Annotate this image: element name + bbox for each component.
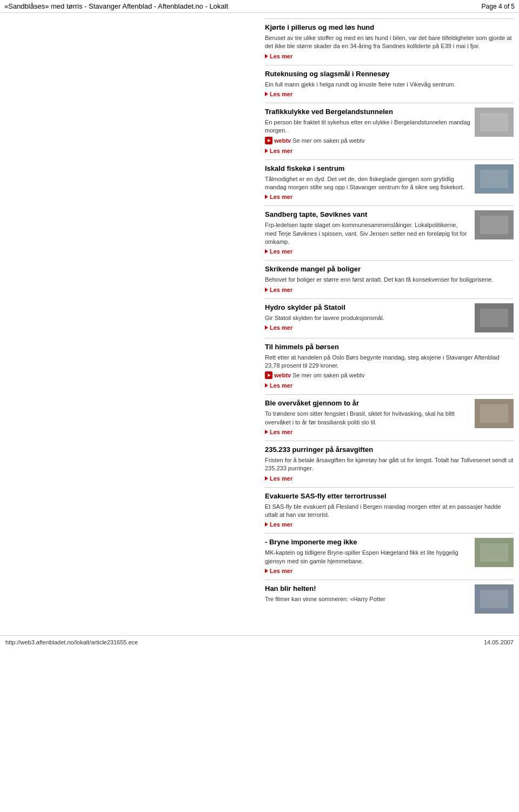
list-item: Han blir helten! Tre filmer kan vinne so… — [265, 580, 514, 618]
webtv-text: Se mer om saken på webtv — [292, 137, 364, 144]
les-mer-link[interactable]: Les mer — [265, 248, 470, 255]
les-mer-label: Les mer — [270, 91, 292, 97]
les-mer-label: Les mer — [270, 248, 292, 255]
les-mer-link[interactable]: Les mer — [265, 324, 470, 331]
list-item: Evakuerte SAS-fly etter terrortrussel Et… — [265, 487, 514, 533]
article-text-block: 235.233 purringer på årsavgiften Fristen… — [265, 445, 514, 482]
svg-rect-9 — [480, 404, 508, 423]
article-body-text: Rett etter at handelen på Oslo Børs begy… — [265, 354, 514, 370]
les-mer-label: Les mer — [270, 521, 292, 528]
les-mer-arrow-icon — [265, 430, 268, 434]
les-mer-label: Les mer — [270, 324, 292, 331]
article-thumbnail — [475, 584, 514, 614]
article-text-block: - Bryne imponerte meg ikke MK-kaptein og… — [265, 538, 470, 574]
les-mer-link[interactable]: Les mer — [265, 429, 470, 435]
webtv-badge[interactable]: ▶ webtv Se mer om saken på webtv — [265, 137, 364, 144]
article-title-link[interactable]: - Bryne imponerte meg ikke — [265, 538, 357, 546]
article-body-text: Tre filmer kan vinne sommeren: «Harry Po… — [265, 595, 470, 603]
article-item-inner: Ruteknusing og slagsmål i Rennesøy Ein f… — [265, 70, 514, 97]
webtv-icon: ▶ — [265, 137, 272, 144]
article-title-link[interactable]: Hydro skylder på Statoil — [265, 303, 345, 311]
article-item-inner: - Bryne imponerte meg ikke MK-kaptein og… — [265, 538, 514, 574]
svg-rect-5 — [480, 216, 508, 234]
article-title-link[interactable]: Ble overvåket gjennom to år — [265, 399, 359, 407]
article-item-inner: Han blir helten! Tre filmer kan vinne so… — [265, 584, 514, 614]
webtv-text: Se mer om saken på webtv — [292, 372, 364, 378]
article-thumbnail — [475, 399, 514, 428]
article-text-block: Kjørte i pillerus og med løs hund Beruse… — [265, 23, 514, 59]
article-text-block: Skrikende mangel på boliger Behovet for … — [265, 265, 514, 292]
list-item: Til himmels på børsen Rett etter at hand… — [265, 338, 514, 394]
les-mer-arrow-icon — [265, 54, 268, 58]
article-item-inner: Evakuerte SAS-fly etter terrortrussel Et… — [265, 492, 514, 528]
webtv-badge[interactable]: ▶ webtv Se mer om saken på webtv — [265, 371, 364, 379]
les-mer-link[interactable]: Les mer — [265, 382, 514, 389]
article-thumbnail — [475, 108, 514, 137]
list-item: Kjørte i pillerus og med løs hund Beruse… — [265, 18, 514, 64]
svg-rect-1 — [480, 113, 508, 131]
webtv-icon: ▶ — [265, 371, 272, 379]
svg-rect-7 — [480, 309, 508, 327]
les-mer-arrow-icon — [265, 195, 268, 199]
les-mer-link[interactable]: Les mer — [265, 194, 470, 200]
les-mer-label: Les mer — [270, 382, 292, 389]
article-thumbnail — [475, 164, 514, 194]
webtv-label: webtv — [274, 372, 291, 378]
les-mer-link[interactable]: Les mer — [265, 287, 514, 293]
article-body-text: Beruset av tre ulike stoffer og med en l… — [265, 34, 514, 51]
article-title-link[interactable]: Sandberg tapte, Søviknes vant — [265, 210, 367, 218]
article-title-link[interactable]: Evakuerte SAS-fly etter terrortrussel — [265, 492, 387, 500]
article-thumbnail — [475, 303, 514, 332]
les-mer-link[interactable]: Les mer — [265, 148, 470, 154]
article-title-link[interactable]: Kjørte i pillerus og med løs hund — [265, 23, 374, 31]
article-title-link[interactable]: 235.233 purringer på årsavgiften — [265, 445, 373, 454]
les-mer-label: Les mer — [270, 287, 292, 293]
list-item: Ruteknusing og slagsmål i Rennesøy Ein f… — [265, 65, 514, 102]
page-footer: http://web3.aftenbladet.no/lokalt/articl… — [0, 635, 519, 649]
article-text-block: Til himmels på børsen Rett etter at hand… — [265, 343, 514, 389]
les-mer-arrow-icon — [265, 476, 268, 481]
article-title-link[interactable]: Til himmels på børsen — [265, 343, 339, 351]
article-title-link[interactable]: Skrikende mangel på boliger — [265, 265, 361, 273]
article-body-text: Frp-ledelsen tapte slaget om kommunesamm… — [265, 221, 470, 246]
les-mer-link[interactable]: Les mer — [265, 475, 514, 482]
les-mer-label: Les mer — [270, 475, 292, 482]
webtv-label: webtv — [274, 137, 291, 144]
footer-date: 14.05.2007 — [484, 639, 514, 645]
les-mer-label: Les mer — [270, 194, 292, 200]
article-item-inner: Trafikkulykke ved Bergelandstunnelen En … — [265, 108, 514, 154]
list-item: - Bryne imponerte meg ikke MK-kaptein og… — [265, 533, 514, 578]
svg-rect-13 — [480, 590, 508, 608]
svg-rect-11 — [480, 543, 508, 562]
les-mer-arrow-icon — [265, 383, 268, 388]
article-title-link[interactable]: Trafikkulykke ved Bergelandstunnelen — [265, 108, 393, 116]
les-mer-link[interactable]: Les mer — [265, 521, 514, 528]
article-body-text: Fristen for å betale årsavgiften for kjø… — [265, 456, 514, 473]
les-mer-link[interactable]: Les mer — [265, 53, 514, 59]
article-body-text: Gir Statoil skylden for lavere produksjo… — [265, 314, 470, 322]
les-mer-link[interactable]: Les mer — [265, 568, 470, 574]
list-item: Skrikende mangel på boliger Behovet for … — [265, 260, 514, 297]
article-text-block: Han blir helten! Tre filmer kan vinne so… — [265, 584, 470, 614]
article-title-link[interactable]: Iskald fiskekø i sentrum — [265, 164, 344, 172]
les-mer-arrow-icon — [265, 325, 268, 330]
article-body-text: En person ble fraktet til sykehus etter … — [265, 118, 470, 135]
les-mer-link[interactable]: Les mer — [265, 91, 514, 97]
page-header: «Sandblåses» med tørris - Stavanger Afte… — [0, 0, 519, 13]
article-title-link[interactable]: Han blir helten! — [265, 584, 316, 593]
article-thumbnail — [475, 538, 514, 567]
les-mer-arrow-icon — [265, 288, 268, 292]
article-item-inner: Kjørte i pillerus og med løs hund Beruse… — [265, 23, 514, 59]
article-item-inner: Til himmels på børsen Rett etter at hand… — [265, 343, 514, 389]
article-text-block: Ruteknusing og slagsmål i Rennesøy Ein f… — [265, 70, 514, 97]
les-mer-arrow-icon — [265, 249, 268, 254]
article-text-block: Hydro skylder på Statoil Gir Statoil sky… — [265, 303, 470, 332]
article-list: Kjørte i pillerus og med løs hund Beruse… — [265, 18, 514, 618]
list-item: Sandberg tapte, Søviknes vant Frp-ledels… — [265, 205, 514, 259]
article-item-inner: 235.233 purringer på årsavgiften Fristen… — [265, 445, 514, 482]
article-thumbnail — [475, 210, 514, 239]
article-title-link[interactable]: Ruteknusing og slagsmål i Rennesøy — [265, 70, 389, 78]
page-title: «Sandblåses» med tørris - Stavanger Afte… — [4, 2, 228, 10]
les-mer-arrow-icon — [265, 92, 268, 96]
list-item: 235.233 purringer på årsavgiften Fristen… — [265, 441, 514, 486]
